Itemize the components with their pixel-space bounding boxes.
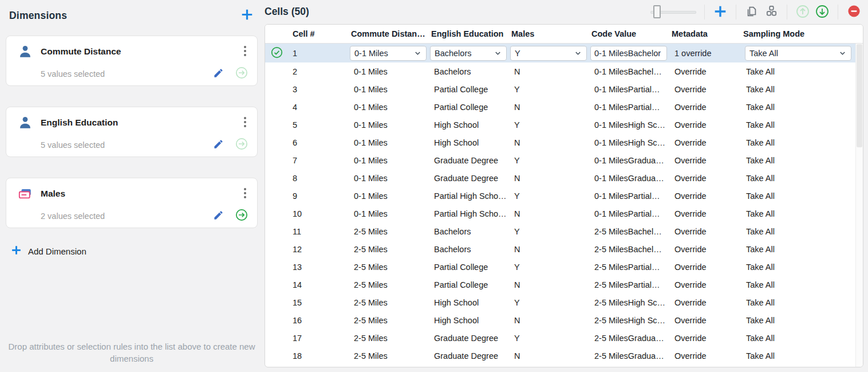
zoom-slider[interactable] [650, 5, 696, 19]
combine-cells-button[interactable] [762, 2, 781, 22]
males-cell: N [506, 174, 586, 183]
column-header-sampling-mode: Sampling Mode [737, 29, 863, 38]
commute-distance-cell: 0-1 Miles [345, 156, 425, 165]
commute-distance-select[interactable]: 0-1 Miles [350, 46, 427, 61]
copy-cell-button[interactable] [742, 2, 762, 22]
sampling-mode-cell: Take All [737, 120, 855, 130]
kebab-menu-icon[interactable] [240, 185, 250, 201]
plus-icon [713, 4, 728, 21]
slider-handle[interactable] [653, 5, 661, 18]
check-circle-icon [271, 46, 283, 60]
commute-distance-cell: 0-1 Miles [345, 209, 425, 218]
sampling-mode-cell: Take All [737, 351, 855, 361]
commute-distance-cell: 0-1 Miles [345, 67, 425, 76]
commute-distance-cell: 0-1 Miles [345, 191, 425, 201]
cell-number: 2 [288, 67, 345, 76]
table-row[interactable]: 182-5 MilesGraduate DegreeN2-5 MilesGrad… [265, 347, 855, 365]
move-down-button[interactable] [812, 2, 832, 22]
kebab-menu-icon[interactable] [240, 43, 250, 59]
english-education-cell: Bachelors [425, 67, 506, 76]
vertical-scrollbar[interactable] [855, 44, 863, 367]
code-value-cell: 0-1 MilesGradua… [586, 156, 666, 165]
code-value-cell: 0-1 MilesGradua… [586, 174, 666, 183]
sampling-mode-cell: Take All [737, 209, 855, 218]
table-row[interactable]: 80-1 MilesGraduate DegreeN0-1 MilesGradu… [265, 169, 855, 187]
english-education-select[interactable]: Bachelors [430, 46, 507, 61]
kebab-menu-icon[interactable] [240, 114, 250, 130]
table-row[interactable]: 132-5 MilesPartial CollegeY2-5 MilesPart… [265, 258, 855, 276]
move-up-button[interactable] [793, 2, 812, 22]
dimension-name: English Education [41, 118, 118, 128]
cards-icon [18, 186, 33, 201]
english-education-cell: Partial High Scho… [425, 191, 506, 201]
cells-table: Cell # Commute Distan… English Education… [265, 24, 863, 367]
cell-number: 6 [288, 138, 345, 147]
english-education-cell: High School [425, 120, 506, 130]
dimensions-title: Dimensions [9, 10, 67, 22]
sampling-mode-cell: Take All [737, 316, 855, 325]
add-dimension-plus-button[interactable] [240, 7, 254, 24]
table-row[interactable]: 70-1 MilesGraduate DegreeY0-1 MilesGradu… [265, 151, 855, 169]
apply-dimension-button[interactable] [235, 209, 248, 223]
cell-number: 17 [288, 334, 345, 343]
metadata-cell: Override [666, 138, 737, 147]
commute-distance-cell: 2-5 Miles [345, 298, 425, 307]
sampling-mode-cell: Take All [737, 174, 855, 183]
table-row[interactable]: 40-1 MilesPartial CollegeN0-1 MilesParti… [265, 98, 855, 116]
metadata-cell: Override [666, 298, 737, 307]
table-row[interactable]: 60-1 MilesHigh SchoolN0-1 MilesHigh Sc…O… [265, 134, 855, 151]
table-row[interactable]: 142-5 MilesPartial CollegeN2-5 MilesPart… [265, 276, 855, 293]
table-row[interactable]: 100-1 MilesPartial High Scho…N0-1 MilesP… [265, 205, 855, 222]
dimension-card-males[interactable]: Males 2 values selected [6, 178, 258, 228]
english-education-cell: Graduate Degree [425, 174, 506, 183]
pencil-icon [213, 210, 224, 222]
apply-dimension-button[interactable] [235, 66, 248, 81]
cell-number: 4 [288, 103, 345, 112]
commute-distance-cell: 2-5 Miles [345, 334, 425, 343]
males-cell: N [506, 245, 586, 254]
sampling-mode-cell: Take All [737, 298, 855, 307]
metadata-cell: Override [666, 334, 737, 343]
edit-dimension-button[interactable] [213, 68, 224, 80]
cells-toolbar [650, 2, 863, 22]
sampling-mode-cell: Take All [737, 191, 855, 201]
table-row[interactable]: 50-1 MilesHigh SchoolY0-1 MilesHigh Sc…O… [265, 116, 855, 134]
add-cell-button[interactable] [711, 2, 730, 22]
metadata-cell: 1 override [666, 49, 737, 58]
table-row[interactable]: 122-5 MilesBachelorsN2-5 MilesBachel…Ove… [265, 240, 855, 258]
males-select[interactable]: Y [510, 46, 587, 61]
dimension-card-english-education[interactable]: English Education 5 values selected [6, 107, 258, 157]
add-dimension-button[interactable]: Add Dimension [10, 244, 86, 258]
table-row[interactable]: 30-1 MilesPartial CollegeY0-1 MilesParti… [265, 80, 855, 98]
dimension-name: Commute Distance [41, 46, 121, 57]
english-education-cell: Partial College [425, 280, 506, 289]
table-row[interactable]: 162-5 MilesHigh SchoolN2-5 MilesHigh Sc…… [265, 311, 855, 329]
cell-number: 15 [288, 298, 345, 307]
dimension-card-commute-distance[interactable]: Commute Distance 5 values selected [6, 36, 258, 86]
values-selected-label: 5 values selected [41, 69, 105, 79]
edit-dimension-button[interactable] [213, 139, 224, 151]
apply-dimension-button[interactable] [235, 138, 248, 152]
column-header-english-education: English Education [425, 29, 506, 38]
sampling-mode-select[interactable]: Take All [745, 46, 851, 61]
males-cell: Y [506, 334, 586, 343]
table-row[interactable]: 152-5 MilesHigh SchoolY2-5 MilesHigh Sc…… [265, 293, 855, 311]
table-row[interactable]: 112-5 MilesBachelorsY2-5 MilesBachel…Ove… [265, 222, 855, 240]
pencil-icon [213, 139, 224, 151]
edit-dimension-button[interactable] [213, 210, 224, 222]
remove-cell-button[interactable] [844, 2, 863, 22]
plus-icon [240, 7, 254, 24]
table-row[interactable]: 172-5 MilesGraduate DegreeY2-5 MilesGrad… [265, 329, 855, 347]
chevron-down-icon [838, 49, 847, 57]
table-row[interactable]: 90-1 MilesPartial High Scho…Y0-1 MilesPa… [265, 187, 855, 205]
males-cell: N [506, 138, 586, 147]
cell-number: 18 [288, 351, 345, 361]
table-row-selected[interactable]: 1 0-1 Miles Bachelors Y [265, 44, 855, 62]
sampling-mode-cell: Take All [737, 156, 855, 165]
chevron-down-icon [413, 49, 422, 57]
code-value-cell: 0-1 MilesPartial… [586, 209, 666, 218]
scrollbar-thumb[interactable] [857, 44, 862, 147]
commute-distance-cell: 0-1 Miles [345, 138, 425, 147]
table-row[interactable]: 20-1 MilesBachelorsN0-1 MilesBachel…Over… [265, 62, 855, 80]
code-value-input[interactable] [590, 46, 667, 61]
